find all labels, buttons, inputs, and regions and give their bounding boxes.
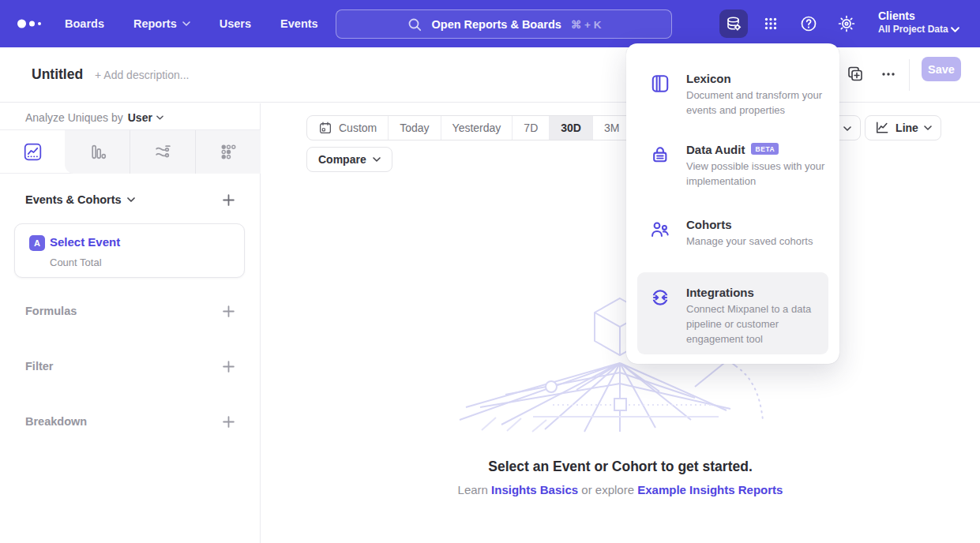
tab-flow-chart[interactable] bbox=[130, 130, 195, 174]
plus-icon bbox=[222, 305, 235, 318]
chevron-down-icon bbox=[924, 125, 932, 130]
search-shortcut: ⌘ + K bbox=[571, 18, 602, 31]
project-selector[interactable]: Clients All Project Data bbox=[878, 9, 948, 36]
menu-item-title: Cohorts bbox=[686, 218, 835, 231]
nine-dot-grid-icon bbox=[762, 15, 779, 32]
date-range-custom[interactable]: Custom bbox=[307, 116, 388, 140]
integrations-sync-icon bbox=[650, 287, 670, 308]
top-navbar: Boards Reports Users Events Open Reports… bbox=[0, 0, 980, 47]
global-search-input[interactable]: Open Reports & Boards ⌘ + K bbox=[336, 9, 672, 39]
example-reports-link[interactable]: Example Insights Reports bbox=[637, 483, 783, 496]
chevron-down-icon bbox=[843, 126, 851, 131]
date-range-3m[interactable]: 3M bbox=[592, 116, 630, 140]
breakdown-row: Breakdown bbox=[25, 412, 235, 431]
search-placeholder: Open Reports & Boards bbox=[432, 18, 561, 31]
analyze-row: Analyze Uniques by User bbox=[25, 107, 163, 129]
filter-label: Filter bbox=[25, 360, 53, 373]
menu-item-title: Integrations bbox=[686, 286, 828, 299]
line-chart-icon bbox=[874, 120, 890, 136]
query-builder-sidebar: Analyze Uniques by User bbox=[0, 103, 261, 543]
menu-item-description: Document and transform your events and p… bbox=[686, 88, 835, 118]
data-management-dropdown-panel: Lexicon Document and transform your even… bbox=[626, 43, 839, 364]
empty-state-title: Select an Event or Cohort to get started… bbox=[261, 459, 980, 475]
beta-badge: BETA bbox=[751, 143, 779, 155]
flow-chart-icon bbox=[153, 142, 173, 162]
chevron-down-icon bbox=[127, 197, 135, 202]
report-title[interactable]: Untitled bbox=[32, 66, 83, 83]
events-cohorts-row: Events & Cohorts bbox=[25, 190, 235, 209]
cohorts-people-icon bbox=[650, 219, 670, 240]
formulas-label: Formulas bbox=[25, 305, 77, 317]
more-options-button[interactable] bbox=[879, 65, 898, 84]
ellipsis-icon bbox=[879, 65, 898, 84]
add-event-button[interactable] bbox=[222, 193, 235, 207]
chevron-down-icon bbox=[951, 21, 959, 36]
duplicate-button[interactable] bbox=[846, 65, 865, 84]
duplicate-icon bbox=[846, 65, 865, 84]
menu-item-lexicon[interactable]: Lexicon Document and transform your even… bbox=[626, 72, 839, 118]
nav-item-reports[interactable]: Reports bbox=[133, 17, 190, 30]
select-event-label[interactable]: Select Event bbox=[50, 235, 120, 249]
chart-type-tabstrip bbox=[0, 129, 261, 174]
nav-item-users[interactable]: Users bbox=[220, 17, 251, 30]
gear-icon bbox=[837, 14, 856, 33]
event-metric-label[interactable]: Count Total bbox=[50, 257, 102, 268]
analyze-label: Analyze Uniques by bbox=[25, 111, 123, 124]
date-range-7d[interactable]: 7D bbox=[512, 116, 549, 140]
select-event-card[interactable]: A Select Event Count Total bbox=[14, 223, 245, 278]
chart-type-dropdown[interactable]: Line bbox=[865, 115, 941, 140]
calendar-icon bbox=[318, 121, 332, 135]
project-scope: All Project Data bbox=[878, 23, 948, 36]
apps-grid-button[interactable] bbox=[757, 9, 785, 38]
add-filter-button[interactable] bbox=[222, 360, 235, 373]
date-range-yesterday[interactable]: Yesterday bbox=[441, 116, 513, 140]
nav-item-boards[interactable]: Boards bbox=[65, 17, 104, 30]
chevron-down-icon bbox=[373, 157, 381, 162]
filter-row: Filter bbox=[25, 357, 235, 376]
add-breakdown-button[interactable] bbox=[222, 415, 235, 429]
bar-chart-icon bbox=[88, 142, 108, 162]
question-circle-icon bbox=[799, 14, 818, 33]
date-range-today[interactable]: Today bbox=[388, 116, 440, 140]
menu-item-highlight: Integrations Connect Mixpanel to a data … bbox=[637, 272, 828, 354]
plus-icon bbox=[222, 415, 235, 429]
settings-button[interactable] bbox=[832, 9, 861, 38]
date-range-30d[interactable]: 30D bbox=[549, 116, 592, 140]
formulas-row: Formulas bbox=[25, 301, 235, 320]
plus-icon bbox=[222, 193, 235, 207]
menu-item-title: Data Audit BETA bbox=[686, 143, 835, 156]
insights-basics-link[interactable]: Insights Basics bbox=[491, 483, 578, 496]
data-management-button[interactable] bbox=[719, 9, 748, 38]
analyze-by-dropdown[interactable]: User bbox=[128, 111, 163, 124]
project-name: Clients bbox=[878, 9, 948, 23]
help-button[interactable] bbox=[794, 9, 823, 38]
event-series-badge: A bbox=[29, 235, 45, 251]
compare-dropdown[interactable]: Compare bbox=[306, 147, 392, 172]
book-icon bbox=[650, 73, 670, 94]
chevron-down-icon bbox=[182, 21, 190, 26]
menu-item-description: Connect Mixpanel to a data pipeline or c… bbox=[686, 302, 828, 347]
database-gear-icon bbox=[724, 14, 743, 33]
tab-bar-chart[interactable] bbox=[66, 130, 130, 174]
add-formula-button[interactable] bbox=[222, 305, 235, 318]
save-button[interactable]: Save bbox=[922, 57, 961, 81]
date-range-control: Custom Today Yesterday 7D 30D 3M 6M bbox=[306, 115, 670, 140]
tab-line-chart[interactable] bbox=[0, 130, 65, 174]
search-icon bbox=[407, 17, 422, 32]
menu-item-data-audit[interactable]: Data Audit BETA View possible issues wit… bbox=[626, 143, 839, 189]
plus-icon bbox=[222, 360, 235, 373]
mixpanel-logo-icon[interactable] bbox=[17, 19, 44, 28]
menu-item-description: Manage your saved cohorts bbox=[686, 234, 835, 249]
tab-metrics-grid[interactable] bbox=[196, 130, 261, 174]
add-description-field[interactable]: + Add description... bbox=[95, 69, 189, 81]
events-cohorts-header[interactable]: Events & Cohorts bbox=[25, 193, 135, 206]
insights-report-page: Boards Reports Users Events Open Reports… bbox=[0, 0, 980, 543]
menu-item-cohorts[interactable]: Cohorts Manage your saved cohorts bbox=[626, 218, 839, 249]
header-divider bbox=[909, 59, 910, 91]
nav-item-events[interactable]: Events bbox=[280, 17, 318, 30]
breakdown-label: Breakdown bbox=[25, 415, 87, 428]
chevron-down-icon bbox=[156, 115, 163, 120]
menu-item-title: Lexicon bbox=[686, 72, 835, 85]
menu-item-integrations[interactable]: Integrations Connect Mixpanel to a data … bbox=[637, 286, 828, 347]
audit-lock-icon bbox=[650, 144, 670, 165]
